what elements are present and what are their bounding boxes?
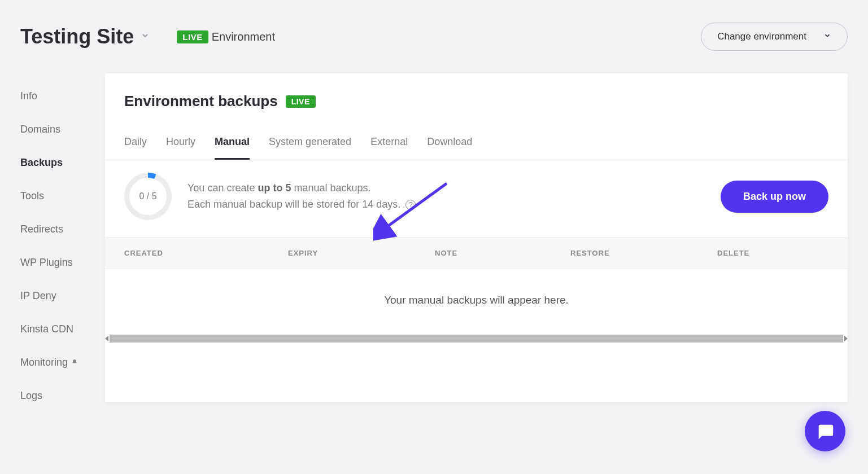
bell-icon <box>71 357 78 368</box>
environment-label: Environment <box>212 30 275 43</box>
tab-external[interactable]: External <box>370 136 408 160</box>
th-note: NOTE <box>435 249 570 257</box>
th-restore: RESTORE <box>570 249 717 257</box>
empty-state: Your manual backups will appear here. <box>105 269 848 335</box>
page-header: Testing Site LIVE Environment Change env… <box>0 0 868 62</box>
info-line2: Each manual backup will be stored for 14… <box>187 199 400 210</box>
info-text: You can create up to 5 manual backups. E… <box>187 180 416 213</box>
card-title: Environment backups <box>124 93 278 110</box>
info-row: 0 / 5 You can create up to 5 manual back… <box>105 160 848 237</box>
sidebar-item-redirects[interactable]: Redirects <box>20 223 105 235</box>
chat-button[interactable] <box>805 411 845 451</box>
info-line1-pre: You can create <box>187 182 258 194</box>
backups-card: Environment backups LIVE Daily Hourly Ma… <box>105 73 848 402</box>
tab-label: System generated <box>269 136 351 147</box>
info-line1-post: manual backups. <box>291 182 370 194</box>
live-badge: LIVE <box>286 95 316 108</box>
tabs: Daily Hourly Manual System generated Ext… <box>105 136 848 160</box>
backup-now-button[interactable]: Back up now <box>721 181 828 213</box>
sidebar-item-label: Monitoring <box>20 357 68 368</box>
sidebar-item-label: Redirects <box>20 223 63 235</box>
sidebar-item-label: Logs <box>20 390 42 402</box>
sidebar-item-monitoring[interactable]: Monitoring <box>20 357 105 368</box>
th-created: CREATED <box>124 249 288 257</box>
site-title: Testing Site <box>20 25 134 49</box>
table-header: CREATED EXPIRY NOTE RESTORE DELETE <box>105 237 848 269</box>
tab-label: Hourly <box>166 136 195 147</box>
tab-manual[interactable]: Manual <box>215 136 250 160</box>
tab-download[interactable]: Download <box>427 136 472 160</box>
change-environment-label: Change environment <box>717 31 806 42</box>
tab-daily[interactable]: Daily <box>124 136 147 160</box>
chat-icon <box>815 422 835 441</box>
tab-label: Manual <box>215 136 250 147</box>
tab-label: Daily <box>124 136 147 147</box>
sidebar-item-label: Tools <box>20 190 44 202</box>
sidebar-item-label: WP Plugins <box>20 257 73 269</box>
change-environment-button[interactable]: Change environment <box>701 23 848 51</box>
sidebar-item-domains[interactable]: Domains <box>20 124 105 135</box>
sidebar-item-kinsta-cdn[interactable]: Kinsta CDN <box>20 323 105 335</box>
horizontal-scrollbar[interactable] <box>110 335 843 343</box>
tab-label: Download <box>427 136 472 147</box>
info-line1-bold: up to 5 <box>258 182 291 194</box>
chevron-down-icon[interactable] <box>141 31 150 42</box>
chevron-down-icon <box>823 31 831 42</box>
sidebar-item-wp-plugins[interactable]: WP Plugins <box>20 257 105 269</box>
sidebar-item-label: IP Deny <box>20 290 56 302</box>
tab-label: External <box>370 136 408 147</box>
backup-counter-text: 0 / 5 <box>139 191 156 201</box>
tab-system-generated[interactable]: System generated <box>269 136 351 160</box>
sidebar-item-backups[interactable]: Backups <box>20 157 105 169</box>
sidebar-item-label: Kinsta CDN <box>20 323 73 335</box>
backup-counter-ring: 0 / 5 <box>124 173 172 220</box>
sidebar-item-tools[interactable]: Tools <box>20 190 105 202</box>
tab-hourly[interactable]: Hourly <box>166 136 195 160</box>
th-expiry: EXPIRY <box>288 249 435 257</box>
th-delete: DELETE <box>717 249 828 257</box>
sidebar-item-label: Info <box>20 90 37 102</box>
sidebar: Info Domains Backups Tools Redirects WP … <box>20 73 105 402</box>
sidebar-item-label: Domains <box>20 124 60 135</box>
help-icon[interactable]: ? <box>405 200 416 210</box>
sidebar-item-label: Backups <box>20 157 63 169</box>
live-badge: LIVE <box>177 30 208 43</box>
sidebar-item-info[interactable]: Info <box>20 90 105 102</box>
sidebar-item-logs[interactable]: Logs <box>20 390 105 402</box>
sidebar-item-ip-deny[interactable]: IP Deny <box>20 290 105 302</box>
